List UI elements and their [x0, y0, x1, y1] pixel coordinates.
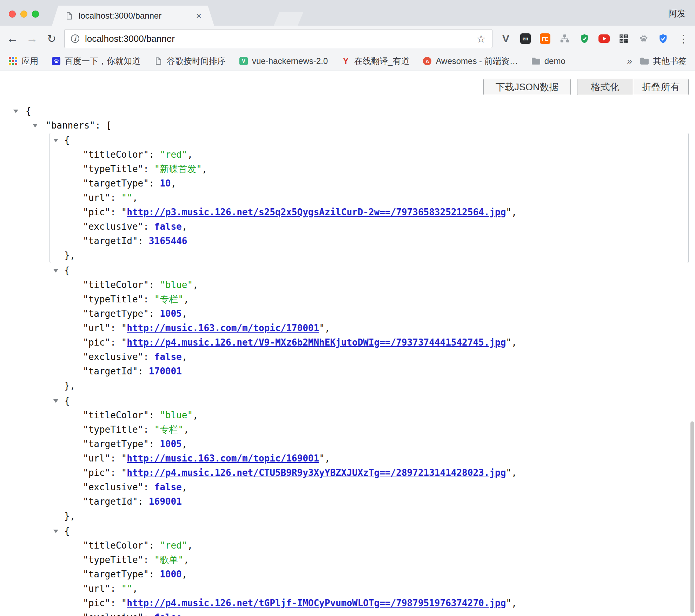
json-link[interactable]: http://p4.music.126.net/tGPljf-IMOCyPvum…	[127, 598, 506, 608]
folder-icon	[531, 57, 541, 66]
collapse-toggle-icon[interactable]	[53, 269, 58, 273]
scrollbar-thumb[interactable]	[690, 421, 694, 613]
apps-grid-icon	[8, 57, 18, 66]
page-info-icon[interactable]	[71, 34, 79, 43]
tab-close-icon[interactable]: ×	[196, 11, 201, 20]
json-line: "targetType": 1000,	[50, 567, 688, 582]
blue-shield-icon[interactable]	[657, 33, 669, 45]
window-zoom-button[interactable]	[32, 11, 39, 18]
bookmarks-items: 应用百度一下，你就知道谷歌按时间排序Vvue-hackernews-2.0Y在线…	[8, 55, 579, 67]
json-line: "targetType": 1005,	[50, 437, 688, 451]
en-translate-icon[interactable]: en	[519, 33, 531, 45]
format-collapse-group: 格式化 折叠所有	[577, 79, 689, 95]
forward-icon[interactable]: →	[24, 32, 40, 45]
json-line: "targetId": 169001	[50, 494, 688, 509]
tab-favicon-icon	[65, 11, 74, 20]
json-line: "pic": "http://p4.music.126.net/CTU5B9R9…	[50, 466, 688, 480]
json-link[interactable]: http://music.163.com/m/topic/169001	[127, 453, 319, 464]
bookmark-label: 其他书签	[653, 55, 687, 67]
json-line: "exclusive": false,	[50, 610, 688, 616]
collapse-toggle-icon[interactable]	[33, 124, 38, 127]
paw-icon[interactable]	[637, 33, 649, 45]
page-icon	[154, 57, 163, 66]
tab-title: localhost:3000/banner	[79, 11, 196, 21]
json-line: "titleColor": "red",	[50, 538, 688, 553]
json-line: {	[50, 394, 688, 408]
json-line: "url": "",	[50, 191, 688, 205]
bookmark-label: 在线翻译_有道	[354, 55, 409, 67]
vue-icon: V	[239, 57, 248, 66]
window-minimize-button[interactable]	[20, 11, 27, 18]
json-line: "titleColor": "blue",	[50, 278, 688, 292]
bookmark-item[interactable]: AAwesomes - 前端资…	[423, 55, 518, 67]
bookmark-item[interactable]: 谷歌按时间排序	[154, 55, 226, 67]
json-link[interactable]: http://p4.music.126.net/CTU5B9R9y3XyYBZX…	[127, 467, 506, 478]
group-icon[interactable]	[559, 33, 571, 45]
json-link[interactable]: http://music.163.com/m/topic/170001	[127, 323, 319, 333]
bookmark-item[interactable]: demo	[531, 56, 565, 66]
v-icon[interactable]: V	[500, 33, 512, 45]
kebab-menu-icon[interactable]: ⋮	[678, 33, 689, 45]
window-close-button[interactable]	[9, 11, 16, 18]
bookmark-item[interactable]: 应用	[8, 55, 38, 67]
bookmarks-bar: 应用百度一下，你就知道谷歌按时间排序Vvue-hackernews-2.0Y在线…	[0, 52, 695, 71]
bookmark-star-icon[interactable]: ☆	[476, 33, 486, 45]
json-line: "targetId": 170001	[50, 364, 688, 379]
json-link[interactable]: http://p3.music.126.net/s25q2x5QygsAzilC…	[127, 207, 506, 217]
collapse-all-button[interactable]: 折叠所有	[633, 79, 689, 95]
collapse-toggle-icon[interactable]	[53, 139, 58, 142]
bookmark-item[interactable]: 百度一下，你就知道	[52, 55, 140, 67]
json-link[interactable]: http://p4.music.126.net/V9-MXz6b2MNhEKju…	[127, 337, 506, 348]
format-button[interactable]: 格式化	[577, 79, 633, 95]
youtube-icon[interactable]	[598, 33, 610, 45]
qr-code-icon[interactable]	[618, 33, 630, 45]
json-line: "titleColor": "blue",	[50, 408, 688, 422]
json-line: "pic": "http://p4.music.126.net/tGPljf-I…	[50, 596, 688, 610]
json-line: "exclusive": false,	[50, 480, 688, 494]
json-line: },	[50, 248, 688, 263]
fe-icon[interactable]: FE	[539, 33, 551, 45]
json-object: {"titleColor": "blue","typeTitle": "专栏",…	[49, 263, 689, 393]
baidu-icon	[52, 57, 61, 66]
browser-tab[interactable]: localhost:3000/banner ×	[52, 6, 214, 26]
collapse-toggle-icon[interactable]	[53, 399, 58, 403]
bookmark-other-bookmarks[interactable]: 其他书签	[640, 55, 687, 67]
green-shield-icon[interactable]	[578, 33, 590, 45]
bookmark-item[interactable]: Y在线翻译_有道	[341, 55, 409, 67]
collapse-toggle-icon[interactable]	[13, 110, 18, 113]
back-icon[interactable]: ←	[4, 32, 20, 45]
address-bar-url[interactable]: localhost:3000/banner	[85, 33, 476, 44]
json-line: "pic": "http://p3.music.126.net/s25q2x5Q…	[50, 205, 688, 219]
bookmark-label: 谷歌按时间排序	[167, 55, 226, 67]
bookmarks-overflow-icon[interactable]: »	[619, 56, 640, 67]
page-content: 下载JSON数据 格式化 折叠所有 {"banners": [{"titleCo…	[0, 71, 695, 616]
json-line: "banners": [	[0, 118, 695, 133]
json-object: {"titleColor": "blue","typeTitle": "专栏",…	[49, 393, 689, 524]
json-tree: {"banners": [{"titleColor": "red","typeT…	[0, 104, 695, 616]
browser-titlebar: localhost:3000/banner × 阿发	[0, 0, 695, 26]
json-line: "url": "http://music.163.com/m/topic/170…	[50, 321, 688, 335]
window-controls	[9, 11, 39, 18]
json-line: "targetType": 1005,	[50, 307, 688, 321]
bookmark-label: vue-hackernews-2.0	[252, 56, 328, 66]
json-object: {"titleColor": "red","typeTitle": "歌单","…	[49, 524, 689, 616]
json-line: "targetType": 10,	[50, 176, 688, 191]
download-json-button[interactable]: 下载JSON数据	[483, 79, 571, 95]
bookmark-label: demo	[544, 56, 565, 66]
collapse-toggle-icon[interactable]	[53, 530, 58, 533]
profile-name[interactable]: 阿发	[668, 8, 686, 19]
json-line: {	[0, 104, 695, 118]
folder-icon	[640, 57, 649, 66]
address-bar[interactable]: localhost:3000/banner ☆	[64, 29, 492, 48]
bookmark-item[interactable]: Vvue-hackernews-2.0	[239, 56, 328, 66]
json-line: "url": "http://music.163.com/m/topic/169…	[50, 451, 688, 466]
awesomes-icon: A	[423, 57, 432, 66]
json-line: {	[50, 524, 688, 538]
json-line: {	[50, 263, 688, 278]
browser-toolbar: ← → ↻ localhost:3000/banner ☆ VenFE ⋮	[0, 26, 695, 52]
new-tab-button[interactable]	[274, 12, 303, 26]
json-object: {"titleColor": "red","typeTitle": "新碟首发"…	[49, 133, 689, 263]
bookmark-label: 百度一下，你就知道	[65, 55, 140, 67]
reload-icon[interactable]: ↻	[44, 32, 60, 45]
json-line: "titleColor": "red",	[50, 148, 688, 162]
